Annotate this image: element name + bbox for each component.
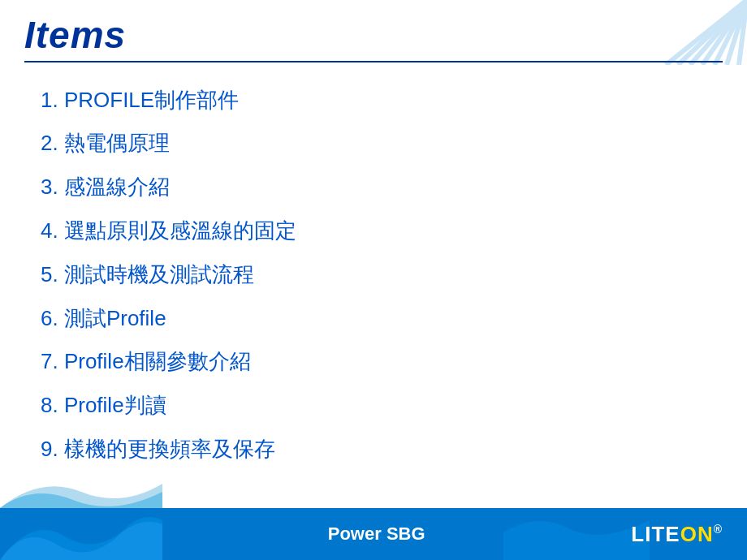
list-item: 6. 測試Profile	[41, 297, 715, 341]
page-title: Items	[24, 15, 723, 56]
list-item: 8. Profile判讀	[41, 384, 715, 428]
footer: Power SBG LITEON®	[0, 508, 747, 560]
list-item: 7. Profile相關參數介紹	[41, 340, 715, 384]
items-list: 1. PROFILE制作部件2. 熱電偶原理3. 感溫線介紹4. 選點原則及感溫…	[41, 79, 715, 472]
main-content: 1. PROFILE制作部件2. 熱電偶原理3. 感溫線介紹4. 選點原則及感溫…	[0, 69, 747, 508]
footer-title: Power SBG	[122, 523, 631, 545]
list-item: 5. 測試時機及測試流程	[41, 253, 715, 297]
list-item: 1. PROFILE制作部件	[41, 79, 715, 123]
slide-container: Items 1. PROFILE制作部件2. 熱電偶原理3. 感溫線介紹4. 選…	[0, 0, 747, 560]
list-item: 4. 選點原則及感溫線的固定	[41, 209, 715, 253]
title-underline	[24, 61, 723, 62]
list-item: 2. 熱電偶原理	[41, 122, 715, 166]
liteon-logo: LITE	[631, 522, 680, 546]
list-item: 3. 感溫線介紹	[41, 166, 715, 209]
logo-text: LITEON®	[631, 522, 723, 547]
liteon-logo-on: ON	[680, 522, 714, 546]
header-section: Items	[0, 0, 747, 69]
footer-logo: LITEON®	[631, 522, 723, 547]
logo-registered: ®	[714, 523, 723, 536]
bottom-left-decoration	[0, 459, 162, 508]
